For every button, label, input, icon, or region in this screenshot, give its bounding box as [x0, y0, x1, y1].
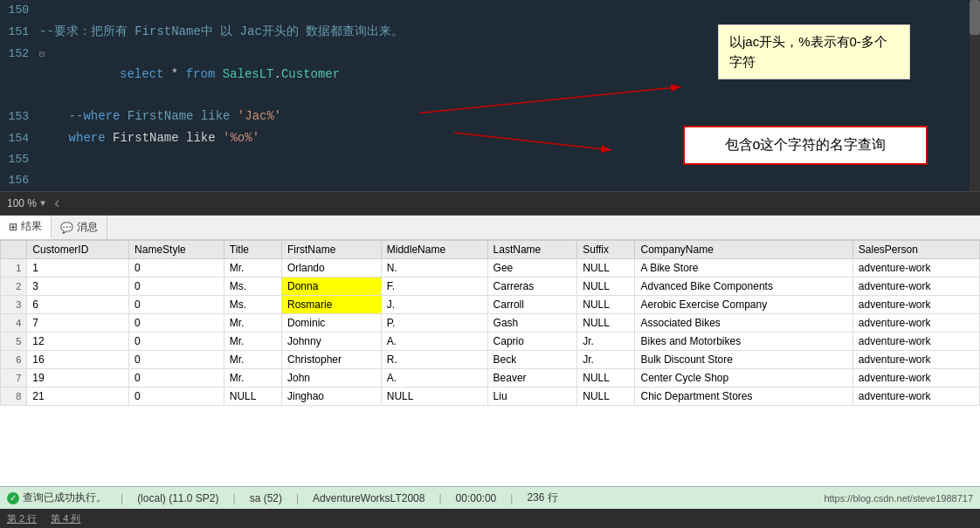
- page-2-btn[interactable]: 第 2 行: [7, 512, 37, 525]
- table-cell: Aerobic Exercise Company: [635, 296, 852, 314]
- table-cell: 1: [1, 259, 27, 278]
- table-cell: Liu: [487, 387, 577, 406]
- table-cell: adventure-work: [852, 351, 979, 369]
- table-cell: 0: [129, 387, 224, 406]
- table-cell: 0: [129, 369, 224, 387]
- col-header-rownum: [1, 241, 27, 259]
- table-cell: Associated Bikes: [635, 314, 852, 333]
- status-divider-2: |: [233, 492, 236, 504]
- line-content-151: --要求：把所有 FirstName中 以 Jac开头的 数据都查询出来。: [39, 21, 404, 42]
- table-cell: NULL: [224, 387, 281, 406]
- table-cell: Mr.: [224, 314, 281, 333]
- tabs-bar: ⊞ 结果 💬 消息: [0, 216, 980, 240]
- table-cell: Carroll: [487, 296, 577, 314]
- line-num-153: 153: [0, 106, 39, 127]
- table-cell: Carreras: [487, 278, 577, 296]
- status-db: AdventureWorksLT2008: [313, 492, 424, 504]
- table-cell: 7: [27, 314, 129, 333]
- line-num-150: 150: [0, 0, 39, 21]
- col-header-customerid: CustomerID: [27, 241, 129, 259]
- table-cell: 1: [27, 259, 129, 278]
- line-content-154: where FirstName like '%o%': [39, 127, 259, 148]
- editor-scrollbar[interactable]: [970, 0, 980, 191]
- annotation-jac: 以jac开头，%表示有0-多个字符: [718, 24, 910, 79]
- table-cell: NULL: [577, 296, 635, 314]
- table-cell: Beck: [487, 351, 577, 369]
- zoom-arrow-icon[interactable]: ▼: [40, 199, 45, 209]
- table-cell: Chic Department Stores: [635, 387, 852, 406]
- table-cell: 6: [1, 351, 27, 369]
- table-cell: 4: [1, 314, 27, 333]
- table-cell: John: [282, 369, 382, 387]
- table-row: 7190Mr.JohnA.BeaverNULLCenter Cycle Shop…: [1, 369, 980, 387]
- table-cell: R.: [381, 351, 487, 369]
- annotation-o: 包含o这个字符的名字查询: [683, 126, 928, 165]
- table-cell: NULL: [577, 259, 635, 278]
- code-line-153: 153 --where FirstName like 'Jac%': [0, 106, 980, 127]
- table-cell: Mr.: [224, 333, 281, 351]
- tab-results[interactable]: ⊞ 结果: [0, 216, 52, 239]
- table-cell: J.: [381, 296, 487, 314]
- table-cell: adventure-work: [852, 314, 979, 333]
- line-num-154: 154: [0, 128, 39, 149]
- table-cell: Mr.: [224, 259, 281, 278]
- table-cell: 21: [27, 387, 129, 406]
- table-cell: P.: [381, 314, 487, 333]
- table-cell: Ms.: [224, 278, 281, 296]
- code-editor: 150 151 --要求：把所有 FirstName中 以 Jac开头的 数据都…: [0, 0, 980, 191]
- table-row: 8210NULLJinghaoNULLLiuNULLChic Departmen…: [1, 387, 980, 406]
- table-row: 5120Mr.JohnnyA.CaprioJr.Bikes and Motorb…: [1, 333, 980, 351]
- table-cell: NULL: [577, 314, 635, 333]
- scroll-left-icon[interactable]: ‹: [52, 195, 62, 212]
- table-cell: A.: [381, 333, 487, 351]
- status-user: sa (52): [250, 492, 282, 504]
- status-success: ✓ 查询已成功执行。: [7, 490, 107, 505]
- code-line-150: 150: [0, 0, 980, 21]
- line-num-151: 151: [0, 22, 39, 43]
- table-cell: 5: [1, 333, 27, 351]
- table-cell: adventure-work: [852, 296, 979, 314]
- table-cell: 0: [129, 296, 224, 314]
- table-cell: Rosmarie: [282, 296, 382, 314]
- status-text: 查询已成功执行。: [23, 490, 107, 505]
- table-cell: 7: [1, 369, 27, 387]
- messages-icon: 💬: [60, 222, 73, 234]
- status-divider-5: |: [510, 492, 513, 504]
- success-icon: ✓: [7, 492, 19, 504]
- table-cell: Christopher: [282, 351, 382, 369]
- table-cell: Jr.: [577, 351, 635, 369]
- main-container: 150 151 --要求：把所有 FirstName中 以 Jac开头的 数据都…: [0, 0, 980, 528]
- code-line-156: 156: [0, 170, 980, 191]
- table-cell: adventure-work: [852, 387, 979, 406]
- table-cell: Jinghao: [282, 387, 382, 406]
- col-header-suffix: Suffix: [577, 241, 635, 259]
- table-cell: Dominic: [282, 314, 382, 333]
- table-cell: A Bike Store: [635, 259, 852, 278]
- table-cell: Gee: [487, 259, 577, 278]
- scrollbar-thumb[interactable]: [970, 0, 980, 35]
- collapse-icon-152[interactable]: ⊟: [39, 49, 45, 59]
- table-cell: 3: [27, 278, 129, 296]
- table-cell: Advanced Bike Components: [635, 278, 852, 296]
- table-cell: NULL: [577, 387, 635, 406]
- page-4-btn[interactable]: 第 4 列: [51, 512, 80, 525]
- line-content-152: select * from SalesLT.Customer: [46, 43, 340, 106]
- table-cell: adventure-work: [852, 259, 979, 278]
- table-cell: 12: [27, 333, 129, 351]
- results-area: CustomerID NameStyle Title FirstName Mid…: [0, 240, 980, 486]
- table-cell: Gash: [487, 314, 577, 333]
- table-cell: adventure-work: [852, 333, 979, 351]
- tab-messages[interactable]: 💬 消息: [52, 216, 107, 239]
- results-icon: ⊞: [9, 221, 17, 233]
- table-cell: Jr.: [577, 333, 635, 351]
- table-row: 6160Mr.ChristopherR.BeckJr.Bulk Discount…: [1, 351, 980, 369]
- table-cell: 3: [1, 296, 27, 314]
- table-cell: adventure-work: [852, 278, 979, 296]
- status-divider-3: |: [296, 492, 299, 504]
- table-cell: Ms.: [224, 296, 281, 314]
- table-cell: Mr.: [224, 351, 281, 369]
- line-num-152: 152: [0, 44, 39, 65]
- line-num-156: 156: [0, 170, 39, 191]
- table-cell: Orlando: [282, 259, 382, 278]
- table-cell: Bikes and Motorbikes: [635, 333, 852, 351]
